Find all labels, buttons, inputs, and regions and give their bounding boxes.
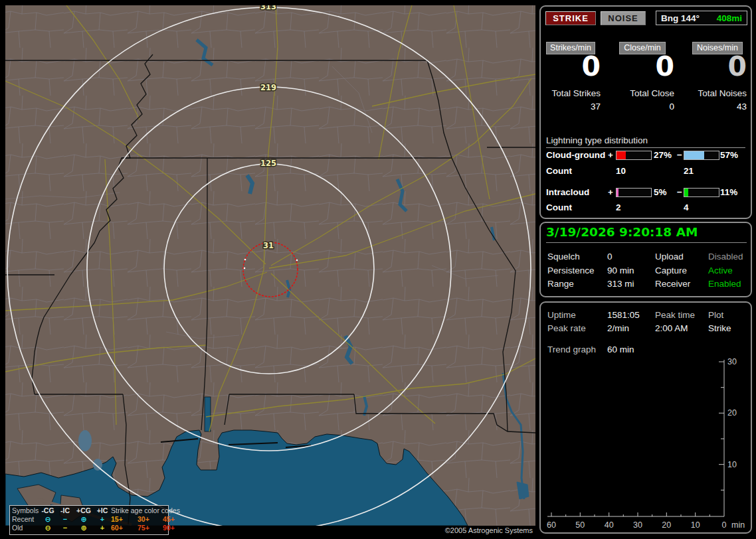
age-45: 45+ (163, 515, 185, 524)
age-75: 75+ (138, 524, 163, 532)
xtick-10: 10 (691, 520, 700, 530)
age-30: 30+ (138, 515, 163, 524)
recent-pos-ic-icon: + (94, 515, 111, 524)
trend-graph: 30 20 10 60 50 40 30 20 10 0 min (541, 303, 751, 532)
old-pos-ic-icon: + (94, 524, 111, 532)
legend-age-title: Strike age color codes (111, 506, 185, 515)
plus-sign: + (608, 150, 613, 160)
intracloud-count-row: Count 2 4 (541, 202, 753, 213)
legend-col-neg-ic: -IC (56, 506, 74, 515)
counters-panel: STRIKE NOISE Bng 144° 408mi Strikes/min … (539, 5, 752, 219)
cg-minus-count: 21 (684, 166, 694, 176)
noise-tab[interactable]: NOISE (601, 11, 646, 25)
intracloud-label: Intracloud (546, 187, 589, 197)
cg-plus-bar-fill (616, 151, 626, 159)
range-value: 313 mi (607, 279, 634, 289)
bearing-distance: 408mi (717, 13, 742, 23)
legend-old-label: Old (10, 524, 39, 532)
xtick-50: 50 (575, 520, 585, 530)
capture-label: Capture (655, 266, 687, 275)
cg-minus-bar-fill (684, 151, 704, 159)
ytick-10: 10 (727, 460, 737, 469)
ic-minus-bar (684, 188, 719, 197)
xtick-0: 0 (722, 520, 727, 530)
datetime-display: 3/19/2026 9:20:18 AM (546, 225, 747, 243)
cg-minus-bar (684, 151, 719, 160)
total-strikes-value: 37 (533, 102, 601, 112)
map-display: 313 219 125 31 (5, 5, 535, 526)
cg-minus-pct: 57% (720, 150, 738, 160)
xtick-20: 20 (662, 520, 671, 530)
upload-status: Disabled (708, 252, 743, 262)
map-symbol-legend: Symbols -CG -IC +CG +IC Strike age color… (9, 505, 169, 535)
trend-axes (547, 360, 724, 516)
squelch-row: Squelch 0 Upload Disabled (541, 252, 753, 262)
legend-col-neg-cg: -CG (39, 506, 56, 515)
minus-sign: − (677, 150, 682, 160)
old-neg-cg-icon: ⊖ (39, 524, 56, 532)
close-per-min-value: 0 (606, 53, 674, 80)
count-label: Count (546, 202, 572, 212)
cloud-ground-count-row: Count 10 21 (541, 166, 753, 177)
xtick-40: 40 (605, 520, 614, 530)
ring-label-31: 31 (263, 241, 274, 250)
old-neg-ic-icon: − (56, 524, 74, 532)
ring-label-219: 219 (260, 83, 276, 92)
total-strikes-label: Total Strikes (533, 88, 601, 98)
xtick-60: 60 (547, 520, 556, 530)
bearing-readout[interactable]: Bng 144° 408mi (656, 11, 747, 25)
age-90: 90+ (163, 524, 185, 532)
app-window: 313 219 125 31 Symbols -CG -IC +CG +IC S… (0, 0, 756, 539)
ytick-20: 20 (727, 408, 737, 418)
cg-plus-count: 10 (616, 166, 626, 176)
ic-plus-count: 2 (616, 202, 621, 212)
upload-label: Upload (655, 252, 684, 262)
age-15: 15+ (111, 515, 138, 524)
range-label: Range (547, 279, 574, 289)
plus-sign: + (608, 187, 613, 197)
legend-symbols-label: Symbols (10, 506, 39, 515)
ic-plus-bar (616, 188, 652, 197)
strike-tab[interactable]: STRIKE (545, 11, 596, 25)
xtick-30: 30 (633, 520, 642, 530)
legend-col-pos-cg: +CG (74, 506, 94, 515)
range-row: Range 313 mi Receiver Enabled (541, 279, 753, 289)
old-pos-cg-icon: ⊕ (74, 524, 94, 532)
squelch-value: 0 (607, 252, 613, 262)
trend-tick-labels: 30 20 10 60 50 40 30 20 10 0 min (547, 357, 745, 530)
cg-plus-bar (616, 151, 652, 160)
persistence-row: Persistence 90 min Capture Active (541, 266, 753, 276)
ic-plus-bar-fill (616, 189, 618, 196)
ytick-30: 30 (727, 357, 737, 366)
ring-label-125: 125 (260, 159, 276, 168)
receiver-label: Receiver (655, 279, 690, 289)
cg-plus-pct: 27% (654, 150, 672, 160)
total-noises-label: Total Noises (678, 88, 747, 98)
capture-status: Active (708, 266, 733, 275)
recent-pos-cg-icon: ⊕ (74, 515, 94, 524)
receiver-status: Enabled (708, 279, 741, 289)
recent-neg-ic-icon: − (56, 515, 74, 524)
copyright-text: ©2005 Astrogenic Systems (419, 526, 533, 534)
status-panel: 3/19/2026 9:20:18 AM Squelch 0 Upload Di… (539, 222, 752, 297)
legend-recent-label: Recent (10, 515, 39, 524)
noises-per-min-value: 0 (678, 53, 747, 80)
distribution-title: Lightning type distribution (546, 135, 745, 148)
persistence-value: 90 min (607, 266, 634, 275)
legend-col-pos-ic: +IC (94, 506, 111, 515)
minus-sign: − (677, 187, 682, 197)
ring-label-313: 313 (260, 5, 276, 11)
intracloud-row: Intracloud + 5% − 11% (541, 187, 753, 198)
cloud-ground-label: Cloud-ground (546, 150, 605, 160)
count-label: Count (546, 166, 572, 176)
age-60: 60+ (111, 524, 138, 532)
strikes-per-min-value: 0 (533, 53, 601, 80)
bearing-value: Bng 144° (661, 13, 700, 23)
ic-plus-pct: 5% (654, 187, 667, 197)
trend-panel: Uptime 1581:05 Peak time Plot Peak rate … (539, 301, 752, 534)
recent-neg-cg-icon: ⊖ (39, 515, 56, 524)
cloud-ground-row: Cloud-ground + 27% − 57% (541, 150, 753, 161)
squelch-label: Squelch (547, 252, 580, 262)
x-unit-label: min (731, 520, 745, 530)
map-canvas: 313 219 125 31 (5, 5, 535, 526)
